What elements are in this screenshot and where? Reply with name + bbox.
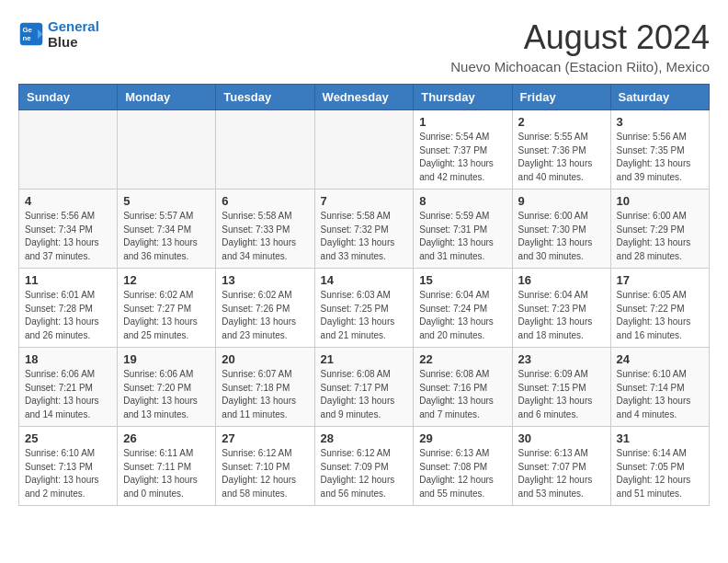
calendar-cell: 8Sunrise: 5:59 AM Sunset: 7:31 PM Daylig… [414,190,512,269]
calendar-cell: 30Sunrise: 6:13 AM Sunset: 7:07 PM Dayli… [512,427,610,506]
day-detail: Sunrise: 5:59 AM Sunset: 7:31 PM Dayligh… [419,210,506,263]
calendar-cell: 7Sunrise: 5:58 AM Sunset: 7:32 PM Daylig… [314,190,414,269]
calendar-cell: 26Sunrise: 6:11 AM Sunset: 7:11 PM Dayli… [118,427,216,506]
calendar-week-row: 1Sunrise: 5:54 AM Sunset: 7:37 PM Daylig… [19,110,710,190]
calendar-table: SundayMondayTuesdayWednesdayThursdayFrid… [18,84,710,506]
day-detail: Sunrise: 5:57 AM Sunset: 7:34 PM Dayligh… [123,210,210,263]
day-detail: Sunrise: 6:03 AM Sunset: 7:25 PM Dayligh… [321,289,408,342]
calendar-cell: 1Sunrise: 5:54 AM Sunset: 7:37 PM Daylig… [414,110,512,190]
calendar-cell: 3Sunrise: 5:56 AM Sunset: 7:35 PM Daylig… [610,110,709,190]
calendar-cell: 31Sunrise: 6:14 AM Sunset: 7:05 PM Dayli… [610,427,709,506]
day-number: 15 [419,273,506,287]
calendar-cell: 15Sunrise: 6:04 AM Sunset: 7:24 PM Dayli… [414,269,512,348]
calendar-cell: 27Sunrise: 6:12 AM Sunset: 7:10 PM Dayli… [216,427,314,506]
title-block: August 2024 Nuevo Michoacan (Estacion Ri… [450,18,710,75]
calendar-cell: 14Sunrise: 6:03 AM Sunset: 7:25 PM Dayli… [314,269,414,348]
day-detail: Sunrise: 5:55 AM Sunset: 7:36 PM Dayligh… [518,131,605,184]
calendar-week-row: 25Sunrise: 6:10 AM Sunset: 7:13 PM Dayli… [19,427,710,506]
day-detail: Sunrise: 6:08 AM Sunset: 7:16 PM Dayligh… [419,368,506,421]
calendar-week-row: 11Sunrise: 6:01 AM Sunset: 7:28 PM Dayli… [19,269,710,348]
calendar-cell: 29Sunrise: 6:13 AM Sunset: 7:08 PM Dayli… [414,427,512,506]
day-number: 28 [321,431,408,445]
day-detail: Sunrise: 6:14 AM Sunset: 7:05 PM Dayligh… [617,447,703,500]
calendar-cell: 12Sunrise: 6:02 AM Sunset: 7:27 PM Dayli… [118,269,216,348]
day-number: 26 [123,431,210,445]
calendar-cell: 4Sunrise: 5:56 AM Sunset: 7:34 PM Daylig… [19,190,118,269]
day-number: 7 [321,194,408,208]
calendar-cell: 11Sunrise: 6:01 AM Sunset: 7:28 PM Dayli… [19,269,118,348]
day-detail: Sunrise: 6:09 AM Sunset: 7:15 PM Dayligh… [518,368,605,421]
calendar-cell: 25Sunrise: 6:10 AM Sunset: 7:13 PM Dayli… [19,427,118,506]
day-detail: Sunrise: 6:00 AM Sunset: 7:29 PM Dayligh… [617,210,703,263]
day-detail: Sunrise: 5:58 AM Sunset: 7:33 PM Dayligh… [222,210,308,263]
day-number: 4 [25,194,111,208]
day-detail: Sunrise: 5:56 AM Sunset: 7:34 PM Dayligh… [25,210,111,263]
day-detail: Sunrise: 6:10 AM Sunset: 7:13 PM Dayligh… [25,447,111,500]
logo-text: General Blue [48,18,99,50]
calendar-cell: 18Sunrise: 6:06 AM Sunset: 7:21 PM Dayli… [19,348,118,427]
calendar-cell: 23Sunrise: 6:09 AM Sunset: 7:15 PM Dayli… [512,348,610,427]
weekday-header-friday: Friday [512,85,610,110]
calendar-cell: 9Sunrise: 6:00 AM Sunset: 7:30 PM Daylig… [512,190,610,269]
day-number: 13 [222,273,308,287]
day-number: 18 [25,352,111,366]
day-detail: Sunrise: 5:54 AM Sunset: 7:37 PM Dayligh… [419,131,506,184]
day-detail: Sunrise: 6:12 AM Sunset: 7:09 PM Dayligh… [321,447,408,500]
calendar-cell [314,110,414,190]
day-number: 14 [321,273,408,287]
day-number: 21 [321,352,408,366]
month-year: August 2024 [450,18,710,57]
calendar-cell: 20Sunrise: 6:07 AM Sunset: 7:18 PM Dayli… [216,348,314,427]
day-detail: Sunrise: 5:56 AM Sunset: 7:35 PM Dayligh… [617,131,703,184]
calendar-week-row: 4Sunrise: 5:56 AM Sunset: 7:34 PM Daylig… [19,190,710,269]
day-detail: Sunrise: 6:04 AM Sunset: 7:23 PM Dayligh… [518,289,605,342]
day-number: 29 [419,431,506,445]
day-number: 30 [518,431,605,445]
day-number: 1 [419,115,506,129]
calendar-cell: 24Sunrise: 6:10 AM Sunset: 7:14 PM Dayli… [610,348,709,427]
calendar-cell: 10Sunrise: 6:00 AM Sunset: 7:29 PM Dayli… [610,190,709,269]
day-detail: Sunrise: 6:04 AM Sunset: 7:24 PM Dayligh… [419,289,506,342]
day-number: 6 [222,194,308,208]
calendar-cell: 16Sunrise: 6:04 AM Sunset: 7:23 PM Dayli… [512,269,610,348]
day-number: 20 [222,352,308,366]
day-detail: Sunrise: 6:01 AM Sunset: 7:28 PM Dayligh… [25,289,111,342]
page-header: Ge ne General Blue August 2024 Nuevo Mic… [18,18,710,75]
day-detail: Sunrise: 6:13 AM Sunset: 7:08 PM Dayligh… [419,447,506,500]
day-detail: Sunrise: 6:07 AM Sunset: 7:18 PM Dayligh… [222,368,308,421]
day-number: 19 [123,352,210,366]
location: Nuevo Michoacan (Estacion Riito), Mexico [450,59,710,75]
calendar-cell: 28Sunrise: 6:12 AM Sunset: 7:09 PM Dayli… [314,427,414,506]
day-detail: Sunrise: 5:58 AM Sunset: 7:32 PM Dayligh… [321,210,408,263]
svg-text:Ge: Ge [22,26,32,34]
weekday-header-sunday: Sunday [19,85,118,110]
weekday-header-monday: Monday [118,85,216,110]
svg-text:ne: ne [22,34,31,42]
calendar-cell: 2Sunrise: 5:55 AM Sunset: 7:36 PM Daylig… [512,110,610,190]
day-number: 10 [617,194,703,208]
calendar-cell: 6Sunrise: 5:58 AM Sunset: 7:33 PM Daylig… [216,190,314,269]
calendar-cell: 19Sunrise: 6:06 AM Sunset: 7:20 PM Dayli… [118,348,216,427]
day-detail: Sunrise: 6:13 AM Sunset: 7:07 PM Dayligh… [518,447,605,500]
weekday-header-tuesday: Tuesday [216,85,314,110]
day-number: 2 [518,115,605,129]
day-number: 25 [25,431,111,445]
logo-icon: Ge ne [18,21,44,47]
day-number: 12 [123,273,210,287]
weekday-header-saturday: Saturday [610,85,709,110]
day-number: 17 [617,273,703,287]
calendar-cell: 13Sunrise: 6:02 AM Sunset: 7:26 PM Dayli… [216,269,314,348]
day-number: 3 [617,115,703,129]
calendar-cell: 21Sunrise: 6:08 AM Sunset: 7:17 PM Dayli… [314,348,414,427]
day-number: 9 [518,194,605,208]
day-number: 27 [222,431,308,445]
day-detail: Sunrise: 6:11 AM Sunset: 7:11 PM Dayligh… [123,447,210,500]
calendar-cell: 17Sunrise: 6:05 AM Sunset: 7:22 PM Dayli… [610,269,709,348]
logo: Ge ne General Blue [18,18,99,50]
calendar-cell [19,110,118,190]
day-detail: Sunrise: 6:02 AM Sunset: 7:27 PM Dayligh… [123,289,210,342]
calendar-cell [118,110,216,190]
day-number: 24 [617,352,703,366]
day-number: 5 [123,194,210,208]
day-detail: Sunrise: 6:06 AM Sunset: 7:21 PM Dayligh… [25,368,111,421]
